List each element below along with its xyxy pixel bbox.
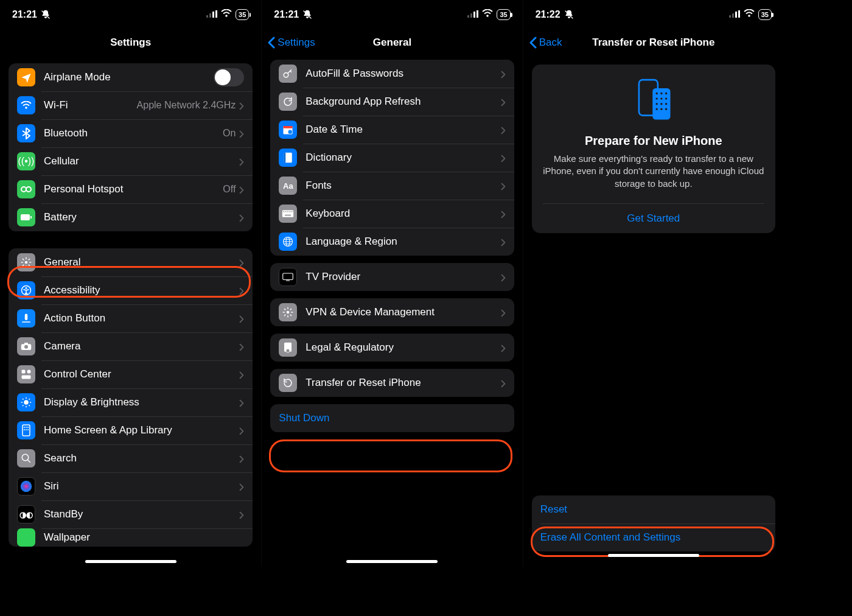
row-shutdown[interactable]: Shut Down — [270, 404, 514, 432]
svg-point-7 — [26, 187, 31, 192]
svg-rect-32 — [473, 12, 475, 18]
svg-point-68 — [660, 103, 662, 105]
row-wallpaper[interactable]: Wallpaper — [9, 528, 253, 547]
svg-rect-9 — [30, 216, 32, 219]
svg-rect-31 — [470, 13, 472, 18]
row-reset[interactable]: Reset — [532, 495, 775, 523]
svg-rect-33 — [477, 10, 478, 18]
row-autofill[interactable]: AutoFill & Passwords — [270, 60, 514, 88]
svg-point-53 — [286, 349, 290, 352]
tv-icon — [279, 268, 297, 286]
svg-rect-45 — [290, 211, 291, 212]
chevron-right-icon — [501, 181, 506, 190]
row-action-button[interactable]: Action Button — [9, 304, 253, 332]
wifi-icon — [221, 9, 232, 20]
row-display-brightness[interactable]: Display & Brightness — [9, 388, 253, 416]
row-wifi[interactable]: Wi-Fi Apple Network 2.4GHz — [9, 91, 253, 119]
gear-icon — [17, 253, 35, 271]
svg-point-12 — [26, 287, 27, 289]
prepare-card: Prepare for New iPhone Make sure everyth… — [532, 65, 775, 233]
general-group-1: AutoFill & Passwords Background App Refr… — [270, 60, 514, 256]
vpn-icon — [279, 303, 297, 321]
row-battery[interactable]: Battery — [9, 203, 253, 231]
svg-rect-13 — [25, 314, 28, 321]
home-indicator[interactable] — [85, 560, 176, 563]
general-group-reset: Transfer or Reset iPhone — [270, 369, 514, 397]
svg-rect-57 — [738, 10, 740, 18]
svg-point-72 — [665, 108, 667, 110]
row-language-region[interactable]: Language & Region — [270, 228, 514, 256]
row-label: Keyboard — [306, 208, 500, 220]
row-label: Cellular — [44, 155, 239, 167]
action-button-icon — [17, 309, 35, 327]
row-home-screen[interactable]: Home Screen & App Library — [9, 416, 253, 444]
row-value: Apple Network 2.4GHz — [137, 100, 236, 111]
row-control-center[interactable]: Control Center — [9, 360, 253, 388]
row-background-refresh[interactable]: Background App Refresh — [270, 88, 514, 116]
svg-point-28 — [22, 454, 29, 461]
row-general[interactable]: General — [9, 248, 253, 276]
chevron-right-icon — [501, 125, 506, 134]
svg-point-10 — [25, 261, 28, 264]
calendar-icon — [279, 121, 297, 139]
row-siri[interactable]: Siri — [9, 472, 253, 500]
chevron-right-icon — [239, 398, 244, 407]
row-airplane-mode[interactable]: Airplane Mode — [9, 63, 253, 91]
row-dictionary[interactable]: Dictionary — [270, 144, 514, 172]
row-label: Battery — [44, 211, 239, 223]
svg-point-64 — [655, 97, 657, 99]
row-erase-all[interactable]: Erase All Content and Settings — [532, 523, 775, 551]
row-keyboard[interactable]: Keyboard — [270, 200, 514, 228]
row-bluetooth[interactable]: Bluetooth On — [9, 119, 253, 147]
page-title: Settings — [110, 37, 151, 49]
row-vpn[interactable]: VPN & Device Management — [270, 298, 514, 326]
back-label: Settings — [278, 37, 315, 49]
row-label: Accessibility — [44, 284, 239, 296]
row-label: Fonts — [306, 180, 500, 192]
status-bar: 21:21 35 — [262, 0, 522, 29]
row-legal[interactable]: Legal & Regulatory — [270, 334, 514, 362]
bluetooth-icon — [17, 124, 35, 142]
row-hotspot[interactable]: Personal Hotspot Off — [9, 175, 253, 203]
chevron-right-icon — [501, 343, 506, 352]
svg-point-51 — [287, 311, 290, 314]
svg-rect-43 — [285, 211, 287, 212]
row-camera[interactable]: Camera — [9, 332, 253, 360]
status-time: 21:21 — [274, 9, 299, 20]
home-indicator[interactable] — [608, 554, 699, 557]
row-standby[interactable]: ◑◐ StandBy — [9, 500, 253, 528]
svg-rect-1 — [209, 13, 211, 18]
back-button[interactable]: Settings — [268, 29, 315, 56]
battery-indicator: 35 — [497, 9, 510, 20]
nav-bar: Back Transfer or Reset iPhone — [523, 29, 784, 56]
row-transfer-reset[interactable]: Transfer or Reset iPhone — [270, 369, 514, 397]
row-accessibility[interactable]: Accessibility — [9, 276, 253, 304]
row-cellular[interactable]: ((•)) Cellular — [9, 147, 253, 175]
chevron-right-icon — [501, 308, 506, 317]
svg-point-69 — [665, 103, 667, 105]
row-tv-provider[interactable]: TV Provider — [270, 263, 514, 291]
general-group-vpn: VPN & Device Management — [270, 298, 514, 326]
svg-point-26 — [26, 429, 27, 430]
control-center-icon — [17, 365, 35, 383]
row-search[interactable]: Search — [9, 444, 253, 472]
row-label: Shut Down — [279, 412, 505, 424]
row-fonts[interactable]: Aa Fonts — [270, 172, 514, 200]
row-date-time[interactable]: Date & Time — [270, 116, 514, 144]
chevron-right-icon — [239, 157, 244, 166]
home-indicator[interactable] — [346, 560, 438, 563]
svg-rect-17 — [22, 370, 26, 374]
battery-indicator: 35 — [758, 9, 772, 20]
row-label: Camera — [44, 340, 239, 352]
wallpaper-icon — [17, 528, 35, 547]
battery-icon — [17, 208, 35, 226]
svg-point-25 — [24, 429, 25, 430]
svg-rect-42 — [284, 211, 285, 212]
svg-point-35 — [284, 73, 289, 78]
row-label: General — [44, 256, 239, 268]
row-label: StandBy — [44, 508, 239, 520]
airplane-toggle[interactable] — [214, 68, 244, 86]
back-button[interactable]: Back — [529, 29, 562, 56]
svg-rect-19 — [22, 376, 31, 379]
get-started-button[interactable]: Get Started — [543, 203, 764, 233]
